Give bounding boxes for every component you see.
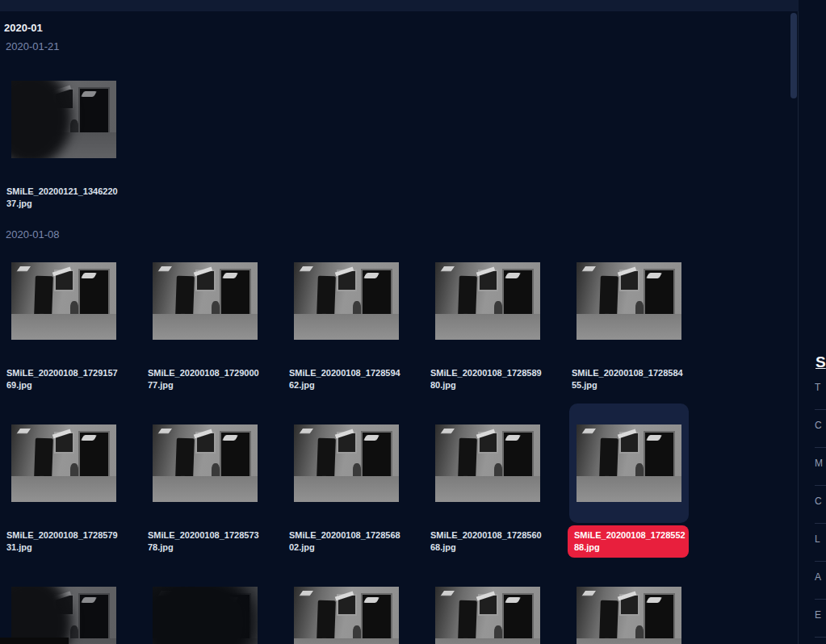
scene-desk [294,476,399,502]
photo-thumbnail[interactable] [435,262,540,340]
scene-window [361,431,392,479]
scene-picture-frame [619,594,639,616]
scene-window [78,431,110,479]
photo-thumbnail[interactable] [435,424,540,502]
scene-picture-frame [478,270,498,291]
info-field-label: M [815,458,823,469]
photo-thumbnail[interactable] [11,81,116,158]
photo-filename: SMiLE_20200108_172858455.jpg [572,367,701,391]
scene-window [644,431,675,479]
scene-window-glint [505,273,521,278]
info-field-label: A [815,571,821,583]
scene-desk [11,476,116,502]
scene-desk [435,476,540,502]
scene-desk [294,314,399,340]
photo-filename: SMiLE_20200121_134622037.jpg [6,186,136,210]
scene-window-glint [222,435,238,441]
scene-monitor [458,276,477,317]
photo-filename: SMiLE_20200108_172856068.jpg [430,529,560,554]
info-field-divider [815,523,826,524]
photo-thumbnail[interactable] [294,587,399,644]
scene-monitor [599,600,618,642]
info-field-label: E [815,609,821,621]
info-panel-title: S [816,353,826,371]
scene-picture-frame [619,270,639,291]
photo-thumbnail[interactable] [294,262,399,340]
scene-desk [435,314,540,340]
photo-filename: SMiLE_20200108_172859462.jpg [289,367,418,391]
info-field-label: C [815,420,822,431]
photo-filename: SMiLE_20200108_172900077.jpg [148,367,277,391]
photo-thumbnail[interactable] [577,262,681,340]
scrollbar-thumb[interactable] [790,13,797,98]
scene-monitor [458,600,477,642]
scene-window [78,269,110,316]
scene-desk [577,314,681,340]
scene-picture-frame [337,270,357,291]
scene-desk [294,638,399,644]
scene-window-glint [505,435,521,441]
scene-window-glint [646,597,662,603]
photo-filename: SMiLE_20200108_172857931.jpg [6,529,136,554]
scene-desk [577,638,681,644]
app-window: 2020-01 2020-01-21 SMiLE_20200121_134622… [0,0,826,644]
statusbar-fragment [0,638,69,644]
selected-photo-filename[interactable]: SMiLE_20200108_172855288.jpg [568,525,689,558]
photo-filename: SMiLE_20200108_172915769.jpg [6,367,136,391]
photo-thumbnail[interactable] [435,587,540,644]
scene-window [361,269,392,316]
month-header: 2020-01 [4,22,43,34]
photo-filename: SMiLE_20200108_172857378.jpg [148,529,277,554]
scene-window-glint [363,435,379,441]
info-field-divider [815,447,826,448]
scene-monitor [317,600,336,642]
photo-filename: SMiLE_20200108_172856802.jpg [289,529,418,554]
scene-picture-frame [54,270,74,291]
scene-window [361,593,392,641]
scene-monitor [458,438,477,479]
scene-window-glint [505,597,521,603]
scene-picture-frame [337,594,357,616]
date-header: 2020-01-08 [6,228,60,240]
scene-monitor [317,438,336,479]
photo-thumbnail[interactable] [153,587,258,644]
scene-window-glint [222,273,238,278]
photo-grid[interactable]: 2020-01 2020-01-21 SMiLE_20200121_134622… [0,11,789,644]
scene-window-glint [81,435,97,441]
scene-monitor [317,276,336,317]
scene-desk [435,638,540,644]
info-field-divider [815,485,826,486]
scene-window [502,269,534,316]
photo-filename: SMiLE_20200108_172858980.jpg [430,367,560,391]
scene-window [220,269,251,316]
photo-thumbnail[interactable] [11,424,116,502]
scene-monitor [175,438,195,479]
photo-thumbnail[interactable] [153,262,258,340]
scene-shade [153,587,258,644]
scene-monitor [599,438,618,479]
photo-thumbnail[interactable] [577,424,681,502]
info-field-label: C [815,496,822,507]
scene-picture-frame [195,432,216,454]
info-field-label: L [815,533,820,545]
scene-shade [11,587,116,644]
scene-picture-frame [478,432,498,454]
photo-thumbnail[interactable] [577,587,681,644]
scene-shade [11,81,116,158]
info-field-divider [815,561,826,562]
scene-window [644,269,675,316]
photo-thumbnail[interactable] [294,424,399,502]
scene-picture-frame [195,270,216,291]
scene-monitor [599,276,618,317]
scene-picture-frame [337,432,357,454]
photo-thumbnail[interactable] [153,424,258,502]
date-header: 2020-01-21 [6,40,60,52]
scene-window [644,593,675,641]
scene-monitor [34,438,53,479]
scene-window-glint [646,435,662,441]
scene-desk [153,476,258,502]
photo-thumbnail[interactable] [11,262,116,340]
scene-window [502,593,534,641]
scrollbar-track[interactable] [788,11,798,644]
photo-thumbnail[interactable] [11,587,116,644]
